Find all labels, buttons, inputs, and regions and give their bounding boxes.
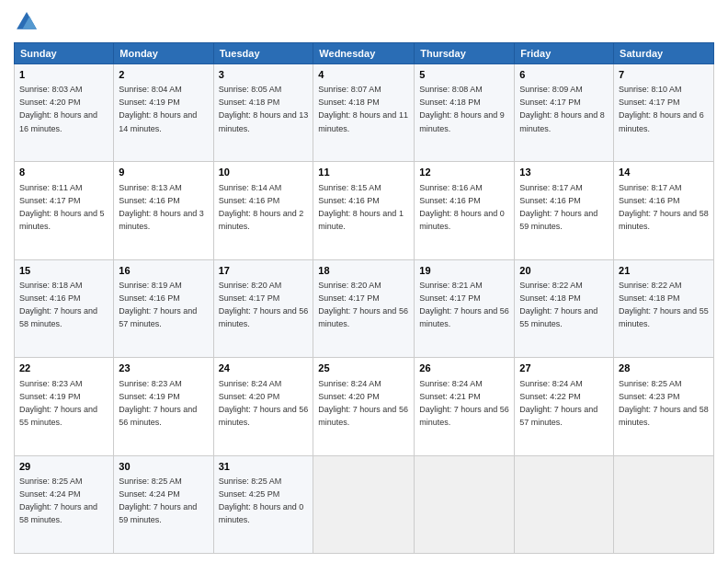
day-number: 14 <box>619 166 709 179</box>
day-number: 28 <box>619 362 709 375</box>
day-cell: 18 Sunrise: 8:20 AMSunset: 4:17 PMDaylig… <box>313 259 415 357</box>
day-cell: 21 Sunrise: 8:22 AMSunset: 4:18 PMDaylig… <box>614 259 714 357</box>
day-number: 6 <box>519 68 609 82</box>
day-number: 1 <box>19 68 108 82</box>
week-row-3: 15 Sunrise: 8:18 AMSunset: 4:16 PMDaylig… <box>15 259 714 357</box>
day-number: 21 <box>619 264 709 278</box>
day-info: Sunrise: 8:22 AMSunset: 4:18 PMDaylight:… <box>519 281 597 328</box>
logo-icon <box>14 9 40 35</box>
day-number: 15 <box>19 264 108 278</box>
day-info: Sunrise: 8:14 AMSunset: 4:16 PMDaylight:… <box>219 183 304 231</box>
day-cell: 8 Sunrise: 8:11 AMSunset: 4:17 PMDayligh… <box>15 162 114 259</box>
page: SundayMondayTuesdayWednesdayThursdayFrid… <box>0 0 728 563</box>
day-info: Sunrise: 8:17 AMSunset: 4:16 PMDaylight:… <box>519 183 597 231</box>
day-number: 29 <box>19 460 108 474</box>
logo <box>14 9 43 35</box>
day-info: Sunrise: 8:19 AMSunset: 4:16 PMDaylight:… <box>119 281 197 328</box>
weekday-header-tuesday: Tuesday <box>213 43 313 64</box>
day-cell <box>515 455 614 553</box>
day-cell: 15 Sunrise: 8:18 AMSunset: 4:16 PMDaylig… <box>15 259 114 357</box>
day-number: 8 <box>19 166 108 179</box>
day-cell: 9 Sunrise: 8:13 AMSunset: 4:16 PMDayligh… <box>114 162 213 259</box>
day-number: 26 <box>419 362 509 375</box>
day-info: Sunrise: 8:08 AMSunset: 4:18 PMDaylight:… <box>419 85 505 132</box>
weekday-header-row: SundayMondayTuesdayWednesdayThursdayFrid… <box>15 43 714 64</box>
day-info: Sunrise: 8:24 AMSunset: 4:20 PMDaylight:… <box>318 379 408 427</box>
day-number: 17 <box>219 264 309 278</box>
day-cell: 12 Sunrise: 8:16 AMSunset: 4:16 PMDaylig… <box>415 162 515 259</box>
day-cell: 2 Sunrise: 8:04 AMSunset: 4:19 PMDayligh… <box>114 64 213 162</box>
day-cell: 4 Sunrise: 8:07 AMSunset: 4:18 PMDayligh… <box>313 64 415 162</box>
day-cell: 30 Sunrise: 8:25 AMSunset: 4:24 PMDaylig… <box>114 455 213 553</box>
weekday-header-thursday: Thursday <box>415 43 515 64</box>
day-cell: 3 Sunrise: 8:05 AMSunset: 4:18 PMDayligh… <box>213 64 313 162</box>
week-row-2: 8 Sunrise: 8:11 AMSunset: 4:17 PMDayligh… <box>15 162 714 259</box>
day-cell: 22 Sunrise: 8:23 AMSunset: 4:19 PMDaylig… <box>15 358 114 455</box>
day-cell: 28 Sunrise: 8:25 AMSunset: 4:23 PMDaylig… <box>614 358 714 455</box>
day-number: 12 <box>419 166 509 179</box>
day-cell: 17 Sunrise: 8:20 AMSunset: 4:17 PMDaylig… <box>213 259 313 357</box>
day-cell: 10 Sunrise: 8:14 AMSunset: 4:16 PMDaylig… <box>213 162 313 259</box>
day-number: 10 <box>219 166 309 179</box>
day-info: Sunrise: 8:24 AMSunset: 4:20 PMDaylight:… <box>219 379 309 427</box>
day-info: Sunrise: 8:05 AMSunset: 4:18 PMDaylight:… <box>219 85 309 132</box>
day-cell: 29 Sunrise: 8:25 AMSunset: 4:24 PMDaylig… <box>15 455 114 553</box>
day-info: Sunrise: 8:24 AMSunset: 4:22 PMDaylight:… <box>519 379 597 427</box>
week-row-5: 29 Sunrise: 8:25 AMSunset: 4:24 PMDaylig… <box>15 455 714 553</box>
day-number: 4 <box>318 68 409 82</box>
week-row-4: 22 Sunrise: 8:23 AMSunset: 4:19 PMDaylig… <box>15 358 714 455</box>
day-cell: 19 Sunrise: 8:21 AMSunset: 4:17 PMDaylig… <box>415 259 515 357</box>
day-number: 3 <box>219 68 309 82</box>
day-info: Sunrise: 8:10 AMSunset: 4:17 PMDaylight:… <box>619 85 704 132</box>
day-cell <box>614 455 714 553</box>
day-info: Sunrise: 8:23 AMSunset: 4:19 PMDaylight:… <box>119 379 197 427</box>
weekday-header-saturday: Saturday <box>614 43 714 64</box>
day-info: Sunrise: 8:04 AMSunset: 4:19 PMDaylight:… <box>119 85 197 132</box>
day-cell: 31 Sunrise: 8:25 AMSunset: 4:25 PMDaylig… <box>213 455 313 553</box>
day-info: Sunrise: 8:03 AMSunset: 4:20 PMDaylight:… <box>19 85 97 132</box>
day-number: 9 <box>119 166 208 179</box>
day-number: 22 <box>19 362 108 375</box>
day-info: Sunrise: 8:13 AMSunset: 4:16 PMDaylight:… <box>119 183 204 231</box>
day-number: 25 <box>318 362 409 375</box>
day-number: 19 <box>419 264 509 278</box>
day-number: 16 <box>119 264 208 278</box>
day-cell: 1 Sunrise: 8:03 AMSunset: 4:20 PMDayligh… <box>15 64 114 162</box>
weekday-header-friday: Friday <box>515 43 614 64</box>
day-info: Sunrise: 8:11 AMSunset: 4:17 PMDaylight:… <box>19 183 105 231</box>
day-info: Sunrise: 8:22 AMSunset: 4:18 PMDaylight:… <box>619 281 709 328</box>
day-info: Sunrise: 8:20 AMSunset: 4:17 PMDaylight:… <box>219 281 309 328</box>
day-info: Sunrise: 8:25 AMSunset: 4:25 PMDaylight:… <box>219 477 304 524</box>
day-number: 20 <box>519 264 609 278</box>
day-cell: 23 Sunrise: 8:23 AMSunset: 4:19 PMDaylig… <box>114 358 213 455</box>
day-info: Sunrise: 8:23 AMSunset: 4:19 PMDaylight:… <box>19 379 97 427</box>
weekday-header-wednesday: Wednesday <box>313 43 415 64</box>
day-cell <box>415 455 515 553</box>
day-number: 11 <box>318 166 409 179</box>
day-info: Sunrise: 8:25 AMSunset: 4:23 PMDaylight:… <box>619 379 709 427</box>
day-info: Sunrise: 8:25 AMSunset: 4:24 PMDaylight:… <box>19 477 97 524</box>
day-cell: 20 Sunrise: 8:22 AMSunset: 4:18 PMDaylig… <box>515 259 614 357</box>
day-info: Sunrise: 8:17 AMSunset: 4:16 PMDaylight:… <box>619 183 709 231</box>
weekday-header-monday: Monday <box>114 43 213 64</box>
day-number: 2 <box>119 68 208 82</box>
day-number: 18 <box>318 264 409 278</box>
week-row-1: 1 Sunrise: 8:03 AMSunset: 4:20 PMDayligh… <box>15 64 714 162</box>
day-info: Sunrise: 8:18 AMSunset: 4:16 PMDaylight:… <box>19 281 97 328</box>
day-number: 31 <box>219 460 309 474</box>
day-cell: 27 Sunrise: 8:24 AMSunset: 4:22 PMDaylig… <box>515 358 614 455</box>
day-info: Sunrise: 8:16 AMSunset: 4:16 PMDaylight:… <box>419 183 505 231</box>
day-cell: 25 Sunrise: 8:24 AMSunset: 4:20 PMDaylig… <box>313 358 415 455</box>
day-cell: 14 Sunrise: 8:17 AMSunset: 4:16 PMDaylig… <box>614 162 714 259</box>
day-number: 24 <box>219 362 309 375</box>
day-cell: 13 Sunrise: 8:17 AMSunset: 4:16 PMDaylig… <box>515 162 614 259</box>
day-info: Sunrise: 8:25 AMSunset: 4:24 PMDaylight:… <box>119 477 197 524</box>
day-number: 13 <box>519 166 609 179</box>
day-number: 5 <box>419 68 509 82</box>
day-info: Sunrise: 8:21 AMSunset: 4:17 PMDaylight:… <box>419 281 509 328</box>
day-info: Sunrise: 8:07 AMSunset: 4:18 PMDaylight:… <box>318 85 408 132</box>
day-number: 23 <box>119 362 208 375</box>
day-info: Sunrise: 8:24 AMSunset: 4:21 PMDaylight:… <box>419 379 509 427</box>
day-cell: 16 Sunrise: 8:19 AMSunset: 4:16 PMDaylig… <box>114 259 213 357</box>
day-cell: 7 Sunrise: 8:10 AMSunset: 4:17 PMDayligh… <box>614 64 714 162</box>
